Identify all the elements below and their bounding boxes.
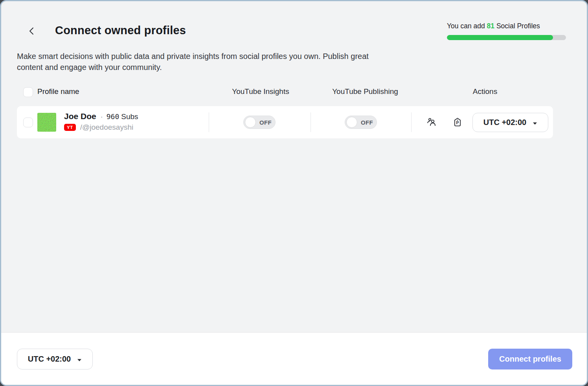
connect-profiles-button[interactable]: Connect profiles xyxy=(488,349,572,369)
column-divider xyxy=(411,112,412,132)
profile-name-line: Joe Doe·960Subs xyxy=(64,112,138,121)
column-header-youtube-insights: YouTube Insights xyxy=(232,87,289,96)
profile-handle: /@joedoesayshi xyxy=(80,123,133,132)
row-select-checkbox[interactable] xyxy=(23,118,33,127)
column-divider xyxy=(209,112,209,132)
capacity-text: You can add 81 Social Profiles xyxy=(447,22,573,30)
column-header-youtube-publishing: YouTube Publishing xyxy=(332,87,398,96)
toggle-knob xyxy=(346,117,357,128)
table-header: Profile name YouTube Insights YouTube Pu… xyxy=(17,86,553,99)
toggle-state-label: OFF xyxy=(361,119,373,126)
capacity-progress-fill xyxy=(447,35,553,40)
page-title: Connect owned profiles xyxy=(55,24,186,37)
column-header-profile-name: Profile name xyxy=(37,87,79,96)
youtube-badge: YT xyxy=(64,124,76,131)
toggle-knob xyxy=(245,117,256,128)
toggle-state-label: OFF xyxy=(259,119,272,126)
timezone-value: UTC +02:00 xyxy=(28,355,71,364)
capacity-progress-bar xyxy=(447,35,566,40)
subscriber-count: 960 xyxy=(107,112,119,121)
tag-p-icon: P xyxy=(452,117,463,129)
youtube-insights-toggle[interactable]: OFF xyxy=(243,116,276,129)
column-header-actions: Actions xyxy=(473,87,497,96)
table-row: Joe Doe·960Subs YT /@joedoesayshi OFF OF… xyxy=(17,106,553,138)
footer-bar: UTC +02:00 Connect profiles xyxy=(1,332,587,385)
youtube-publishing-toggle[interactable]: OFF xyxy=(345,116,377,129)
people-icon xyxy=(426,117,437,129)
connect-profiles-modal: Connect owned profiles You can add 81 So… xyxy=(0,0,588,386)
timezone-value: UTC +02:00 xyxy=(483,118,527,127)
chevron-left-icon xyxy=(28,26,35,37)
caret-down-icon xyxy=(77,355,82,364)
row-timezone-dropdown[interactable]: UTC +02:00 xyxy=(472,113,548,132)
capacity-prefix: You can add xyxy=(447,22,485,30)
subscriber-unit: Subs xyxy=(121,112,138,121)
capacity-count: 81 xyxy=(487,22,494,30)
dot-separator: · xyxy=(101,113,103,121)
avatar xyxy=(37,113,56,132)
back-button[interactable] xyxy=(26,26,37,37)
caret-down-icon xyxy=(533,118,537,127)
audience-action-button[interactable] xyxy=(426,118,437,128)
svg-text:P: P xyxy=(456,120,459,125)
profile-name: Joe Doe xyxy=(64,112,96,121)
column-divider xyxy=(311,112,311,132)
select-all-checkbox[interactable] xyxy=(23,87,33,97)
capacity-suffix: Social Profiles xyxy=(496,22,540,30)
footer-timezone-dropdown[interactable]: UTC +02:00 xyxy=(17,349,93,369)
page-description: Make smart decisions with public data an… xyxy=(17,51,388,73)
pricing-tag-action-button[interactable]: P xyxy=(452,118,463,128)
profile-handle-line: YT /@joedoesayshi xyxy=(64,123,133,132)
